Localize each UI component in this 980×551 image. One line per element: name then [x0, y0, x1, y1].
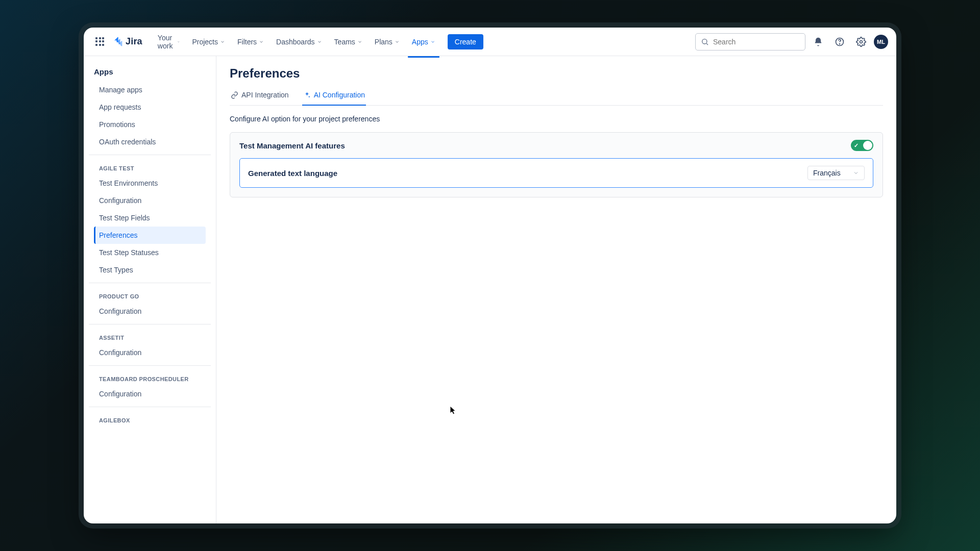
features-row: Test Management AI features [230, 133, 883, 158]
chevron-down-icon [220, 39, 225, 44]
apps-grid-icon [95, 37, 105, 46]
sidebar-section: TEAMBOARD PROSCHEDULERConfiguration [89, 371, 211, 407]
sidebar-section: PRODUCT GOConfiguration [89, 288, 211, 324]
nav-dashboards[interactable]: Dashboards [271, 35, 327, 49]
chevron-down-icon [853, 170, 859, 176]
sidebar-heading: TEAMBOARD PROSCHEDULER [94, 371, 206, 385]
chevron-down-icon [357, 39, 362, 44]
language-select[interactable]: Français [807, 166, 865, 180]
sidebar-item-app-requests[interactable]: App requests [94, 98, 206, 116]
help-button[interactable] [831, 33, 848, 51]
nav-plans[interactable]: Plans [370, 35, 405, 49]
sidebar-item-configuration[interactable]: Configuration [94, 192, 206, 209]
language-value: Français [813, 169, 841, 177]
sidebar-item-configuration[interactable]: Configuration [94, 385, 206, 403]
tab-api-integration[interactable]: API Integration [230, 87, 290, 105]
features-toggle[interactable] [851, 140, 873, 151]
sidebar-item-configuration[interactable]: Configuration [94, 303, 206, 320]
jira-logo[interactable]: Jira [112, 36, 142, 47]
sidebar-item-test-environments[interactable]: Test Environments [94, 174, 206, 192]
body: Apps Manage appsApp requestsPromotionsOA… [84, 56, 896, 523]
toggle-knob [863, 141, 872, 150]
sidebar-item-promotions[interactable]: Promotions [94, 116, 206, 133]
user-avatar[interactable]: ML [874, 35, 888, 49]
sparkle-icon [303, 91, 311, 99]
jira-wordmark: Jira [126, 36, 142, 47]
chevron-down-icon [395, 39, 400, 44]
sidebar-section: AGILE TESTTest EnvironmentsConfiguration… [89, 160, 211, 283]
nav-filters[interactable]: Filters [232, 35, 269, 49]
sidebar-section: ASSETITConfiguration [89, 330, 211, 366]
sidebar-section: AGILEBOX [89, 412, 211, 431]
chevron-down-icon [259, 39, 264, 44]
sidebar-heading: PRODUCT GO [94, 288, 206, 303]
create-button[interactable]: Create [448, 34, 483, 49]
sidebar: Apps Manage appsApp requestsPromotionsOA… [84, 56, 216, 523]
sidebar-item-preferences[interactable]: Preferences [94, 227, 206, 244]
app-switcher[interactable] [92, 34, 108, 50]
page-title: Preferences [230, 66, 883, 81]
main-content: Preferences API IntegrationAI Configurat… [216, 56, 896, 523]
settings-button[interactable] [852, 33, 870, 51]
tab-ai-configuration[interactable]: AI Configuration [302, 87, 366, 105]
search-icon [701, 38, 709, 46]
help-icon [835, 37, 845, 47]
bell-icon [813, 37, 823, 47]
tabs: API IntegrationAI Configuration [230, 87, 883, 106]
sidebar-item-test-step-fields[interactable]: Test Step Fields [94, 209, 206, 227]
language-label: Generated text language [248, 169, 337, 178]
sidebar-item-configuration[interactable]: Configuration [94, 344, 206, 361]
search-input-wrapper[interactable] [695, 33, 805, 51]
jira-icon [112, 36, 124, 47]
chevron-down-icon [317, 39, 322, 44]
svg-point-3 [860, 40, 863, 43]
search-input[interactable] [713, 38, 800, 46]
chevron-down-icon [177, 39, 180, 44]
sidebar-heading: ASSETIT [94, 330, 206, 344]
gear-icon [856, 37, 866, 47]
sidebar-item-manage-apps[interactable]: Manage apps [94, 81, 206, 98]
nav-apps[interactable]: Apps [407, 35, 440, 49]
notifications-button[interactable] [810, 33, 827, 51]
svg-point-0 [702, 39, 707, 43]
sidebar-title: Apps [84, 64, 216, 81]
global-header: Jira Your workProjectsFiltersDashboardsT… [84, 28, 896, 56]
nav-your-work[interactable]: Your work [153, 31, 185, 53]
sidebar-heading: AGILE TEST [94, 160, 206, 174]
page-description: Configure AI option for your project pre… [230, 115, 883, 123]
svg-point-2 [840, 43, 840, 44]
chevron-down-icon [430, 39, 435, 44]
nav-projects[interactable]: Projects [187, 35, 230, 49]
features-label: Test Management AI features [239, 141, 345, 150]
sidebar-apps-section: Manage appsApp requestsPromotionsOAuth c… [89, 81, 211, 155]
sidebar-item-test-step-statuses[interactable]: Test Step Statuses [94, 244, 206, 261]
primary-nav: Your workProjectsFiltersDashboardsTeamsP… [153, 31, 440, 53]
app-window: Jira Your workProjectsFiltersDashboardsT… [84, 28, 896, 523]
sidebar-item-oauth-credentials[interactable]: OAuth credentials [94, 133, 206, 151]
language-row: Generated text language Français [239, 158, 873, 188]
nav-teams[interactable]: Teams [329, 35, 368, 49]
ai-features-panel: Test Management AI features Generated te… [230, 132, 883, 197]
sidebar-heading: AGILEBOX [94, 412, 206, 427]
link-icon [231, 91, 238, 99]
sidebar-item-test-types[interactable]: Test Types [94, 261, 206, 279]
